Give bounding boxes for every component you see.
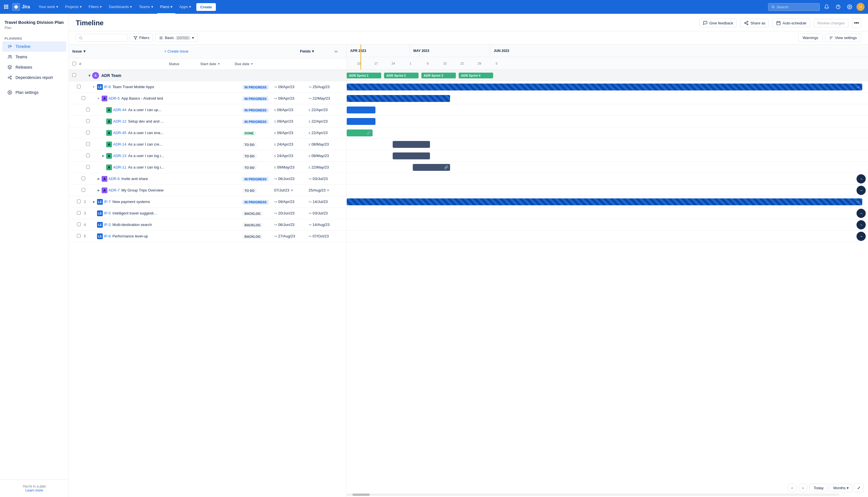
table-row[interactable]: 3 LE IP-5 Intelligent travel suggestions… — [69, 208, 346, 219]
nav-projects[interactable]: Projects ▾ — [62, 0, 85, 14]
collapse-icon[interactable]: ▾ — [88, 73, 90, 78]
row-checkbox[interactable] — [82, 176, 85, 180]
issue-key[interactable]: ADR-5 — [108, 96, 120, 100]
row-checkbox[interactable] — [86, 165, 90, 169]
issue-column-header[interactable]: Issue ▾ — [72, 49, 164, 53]
gantt-bar[interactable] — [347, 95, 450, 102]
issue-key[interactable]: IP-8 — [104, 85, 111, 89]
nav-filters[interactable]: Filters ▾ — [86, 0, 105, 14]
row-checkbox[interactable] — [86, 131, 90, 134]
issue-key[interactable]: IP-7 — [104, 200, 111, 204]
gantt-prev-button[interactable]: ‹ — [787, 483, 797, 493]
issue-key[interactable]: IP-6 — [104, 234, 111, 238]
issue-key[interactable]: IP-5 — [104, 211, 111, 215]
help-icon[interactable] — [834, 2, 843, 12]
table-row[interactable]: 5 LE IP-6 Performance level-up BACKLOG ↪… — [69, 230, 346, 242]
row-checkbox[interactable] — [77, 223, 81, 226]
table-row[interactable]: A ADR-45 As a user I can ena... DONE s 0… — [69, 127, 346, 139]
jira-logo[interactable]: Jira — [12, 3, 30, 11]
issue-key[interactable]: ADR-44 — [113, 108, 126, 112]
sidebar-item-timeline[interactable]: Timeline — [2, 41, 66, 52]
row-checkbox[interactable] — [77, 234, 81, 238]
due-col-header[interactable]: Due date ▼ — [235, 62, 269, 66]
row-checkbox[interactable] — [86, 154, 90, 157]
table-row[interactable]: A ADR-14 As a user I can cre... TO DO s … — [69, 139, 346, 150]
expand-icon[interactable]: ▶ — [93, 200, 97, 203]
table-row[interactable]: A ADR-44 As a user I can up... IN PROGRE… — [69, 104, 346, 116]
today-button[interactable]: Today — [809, 484, 828, 492]
search-input[interactable] — [84, 36, 124, 40]
nav-teams[interactable]: Teams ▾ — [136, 0, 156, 14]
row-checkbox[interactable] — [77, 211, 81, 215]
nav-apps[interactable]: Apps ▾ — [176, 0, 194, 14]
user-avatar[interactable]: U — [856, 3, 865, 11]
row-checkbox[interactable] — [77, 85, 81, 88]
sidebar-item-releases[interactable]: Releases — [2, 62, 66, 72]
search-input[interactable] — [777, 5, 816, 9]
expand-icon[interactable]: ▾ — [98, 97, 102, 100]
expand-cols-icon[interactable]: ⇔ — [334, 49, 343, 54]
issue-key[interactable]: ADR-12 — [113, 119, 126, 124]
gantt-bar[interactable] — [393, 153, 430, 159]
months-button[interactable]: Months ▾ — [829, 484, 853, 492]
nav-your-work[interactable]: Your work ▾ — [35, 0, 61, 14]
table-row[interactable]: A ADR-12 Setup dev and and ... IN PROGRE… — [69, 116, 346, 127]
gantt-next-button[interactable]: › — [798, 483, 808, 493]
table-row[interactable]: ▶ A ADR-13 As a user I can log i... TO D… — [69, 150, 346, 162]
row-checkbox[interactable] — [77, 200, 81, 203]
create-issue-button[interactable]: + Create issue — [164, 49, 300, 53]
row-checkbox[interactable] — [86, 119, 90, 123]
issue-key[interactable]: ADR-13 — [113, 154, 126, 158]
warnings-button[interactable]: Warnings — [798, 33, 822, 42]
scrollbar-thumb[interactable] — [352, 494, 370, 496]
nav-right-btn[interactable]: → — [856, 186, 866, 195]
nav-plans[interactable]: Plans ▾ — [157, 0, 176, 14]
search-box[interactable] — [768, 3, 820, 11]
create-button[interactable]: Create — [196, 3, 216, 11]
table-row[interactable]: ▶ A ADR-7 My Group Trips Overview TO DO … — [69, 185, 346, 196]
row-checkbox[interactable] — [86, 142, 90, 146]
sidebar-item-dependencies[interactable]: Dependencies report — [2, 72, 66, 83]
nav-right-btn[interactable]: → — [856, 209, 866, 218]
share-as-button[interactable]: Share as — [740, 19, 769, 27]
settings-icon[interactable] — [845, 2, 854, 12]
gantt-bar[interactable] — [347, 106, 375, 113]
issue-key[interactable]: ADR-14 — [113, 142, 126, 146]
issue-key[interactable]: ADR-45 — [113, 131, 126, 135]
fields-column-header[interactable]: Fields ▾ — [300, 49, 334, 53]
sidebar-item-plan-settings[interactable]: Plan settings — [2, 87, 66, 98]
table-row[interactable]: ▶ A ADR-6 Invite and share IN PROGRESS ↪… — [69, 173, 346, 185]
select-all-checkbox[interactable] — [72, 62, 76, 66]
learn-more-link[interactable]: Learn more — [26, 488, 43, 493]
expand-icon[interactable]: ▶ — [98, 177, 102, 180]
group-row-adr[interactable]: ▾ A ADR Team — [69, 70, 346, 81]
table-row[interactable]: A ADR-11 As a user I can log i... TO DO … — [69, 162, 346, 173]
horizontal-scrollbar[interactable] — [347, 494, 839, 496]
gantt-bar[interactable] — [393, 141, 430, 148]
expand-icon[interactable]: ▶ — [98, 189, 102, 192]
nav-right-btn[interactable]: → — [856, 232, 866, 241]
issue-search-box[interactable] — [76, 34, 128, 42]
expand-icon[interactable]: ▶ — [102, 154, 106, 157]
nav-dashboards[interactable]: Dashboards ▾ — [106, 0, 135, 14]
filters-button[interactable]: Filters — [130, 33, 153, 42]
issue-key[interactable]: ADR-6 — [108, 176, 120, 181]
nav-right-btn[interactable]: → — [856, 174, 866, 183]
view-settings-button[interactable]: View settings — [825, 33, 861, 42]
start-col-header[interactable]: Start date ▼ — [200, 62, 235, 66]
gantt-bar[interactable]: → — [347, 84, 862, 90]
expand-icon[interactable]: ▾ — [93, 85, 97, 88]
table-row[interactable]: 2 ▶ LE IP-7 New payment systems IN PROGR… — [69, 196, 346, 208]
table-row[interactable]: ▾ LE IP-8 Team Travel Mobile Apps IN PRO… — [69, 81, 346, 93]
gantt-bar[interactable] — [347, 118, 375, 125]
issue-key[interactable]: ADR-11 — [113, 165, 126, 169]
more-options-button[interactable]: ••• — [852, 18, 861, 28]
review-changes-button[interactable]: Review changes — [814, 19, 849, 27]
gantt-bar[interactable]: 🔗 — [413, 164, 450, 171]
gantt-bar[interactable]: → — [347, 198, 862, 205]
table-row[interactable]: ▾ A ADR-5 App Basics - Android test IN P… — [69, 93, 346, 104]
gantt-bar[interactable]: 🔗 — [347, 129, 373, 137]
auto-schedule-button[interactable]: Auto-schedule — [772, 19, 810, 27]
sidebar-item-teams[interactable]: Teams — [2, 52, 66, 62]
group-checkbox[interactable] — [72, 73, 76, 77]
